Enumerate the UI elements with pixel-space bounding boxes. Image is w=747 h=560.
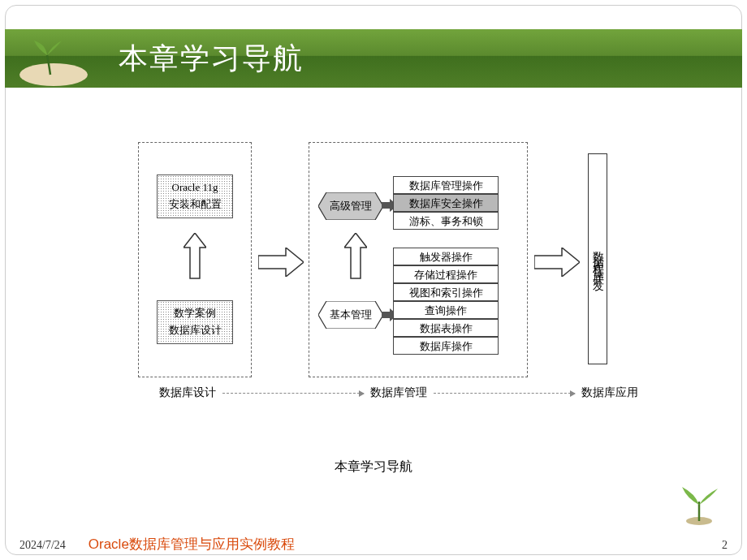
cell: 数据表操作 [393, 319, 499, 337]
svg-point-0 [19, 63, 88, 86]
arrow-up-icon [184, 233, 206, 282]
stack-advanced: 数据库管理操作 数据库安全操作 游标、事务和锁 [393, 176, 499, 230]
cell: 数据库操作 [393, 337, 499, 355]
text: Oracle 11g [172, 179, 218, 196]
footer-date: 2024/7/24 [19, 539, 66, 552]
sprout-icon [671, 471, 728, 528]
label: 数据库设计 [159, 386, 216, 400]
text: 高级管理 [330, 199, 372, 213]
text: 安装和配置 [169, 196, 222, 213]
cell: 游标、事务和锁 [393, 212, 499, 230]
cell: 视图和索引操作 [393, 283, 499, 301]
dash-arrow-icon [434, 393, 575, 394]
footer-page-number: 2 [722, 539, 728, 552]
arrow-up-icon [344, 233, 367, 282]
cell-highlighted: 数据库安全操作 [393, 194, 499, 212]
dash-arrow-icon [222, 393, 364, 394]
box-oracle-install: Oracle 11g 安装和配置 [157, 174, 233, 218]
footer-course-title: Oracle数据库管理与应用实例教程 [89, 535, 295, 554]
hex-basic: 基本管理 [318, 301, 383, 329]
cell: 触发器操作 [393, 248, 499, 265]
stack-basic: 触发器操作 存储过程操作 视图和索引操作 查询操作 数据表操作 数据库操作 [393, 248, 499, 355]
text: 数据库程序开发 [590, 242, 605, 276]
diagram-caption: 本章学习导航 [0, 459, 747, 476]
footer: 2024/7/24 Oracle数据库管理与应用实例教程 2 [19, 535, 728, 554]
box-case-design: 数学案例 数据库设计 [157, 300, 233, 344]
label: 数据库应用 [581, 386, 638, 400]
text: 数学案例 [174, 305, 216, 322]
box-db-app-dev: 数据库程序开发 [588, 153, 607, 364]
arrow-right-icon [534, 248, 580, 277]
cell: 存储过程操作 [393, 265, 499, 283]
hex-advanced: 高级管理 [318, 192, 383, 220]
text: 基本管理 [330, 308, 372, 322]
header-bar: 本章学习导航 [5, 29, 742, 88]
slide-title: 本章学习导航 [119, 39, 304, 79]
cell: 查询操作 [393, 301, 499, 319]
bottom-labels: 数据库设计 数据库管理 数据库应用 [138, 386, 641, 400]
cell: 数据库管理操作 [393, 176, 499, 194]
label: 数据库管理 [370, 386, 427, 400]
text: 数据库设计 [169, 322, 222, 339]
diagram: Oracle 11g 安装和配置 数学案例 数据库设计 高级管理 数据库管理操作… [138, 142, 641, 402]
arrow-right-icon [258, 248, 304, 277]
seedling-icon [13, 24, 94, 89]
